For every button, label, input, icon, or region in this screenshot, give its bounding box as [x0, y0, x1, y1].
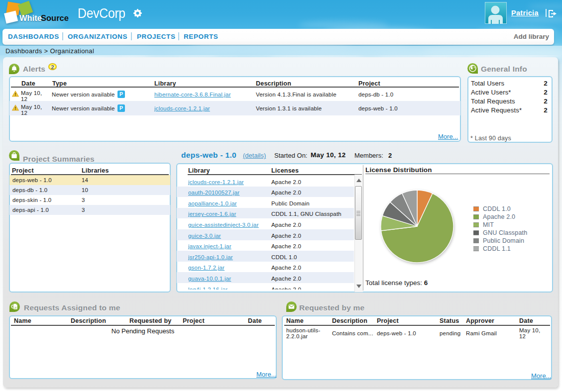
- svg-text:White: White: [19, 13, 42, 22]
- svg-text:Source: Source: [41, 13, 69, 22]
